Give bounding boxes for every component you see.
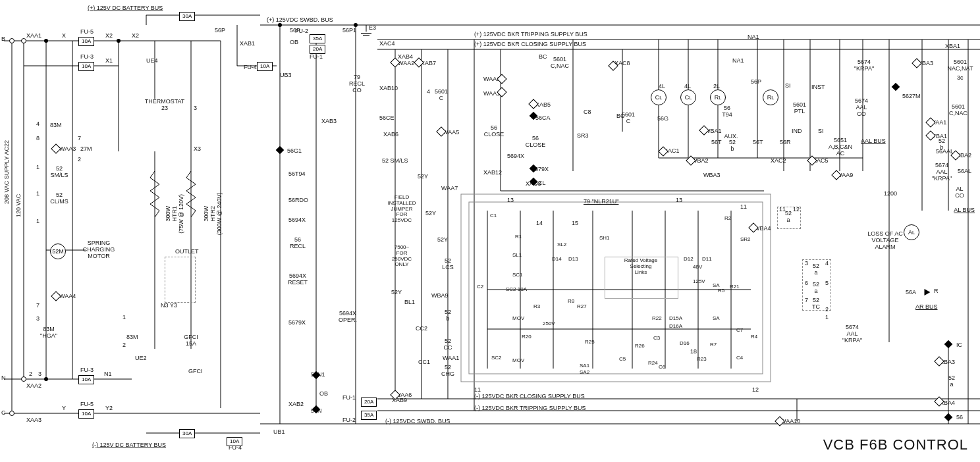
fuse-30b: 30A (179, 429, 195, 438)
ptl5601: 5601 PTL (793, 102, 806, 115)
lamp-cl2-l: L (689, 95, 692, 101)
n13: 13 (507, 197, 514, 204)
hga: 83M "HGA" (40, 326, 57, 340)
fuse-fu5b: 10A (78, 409, 94, 419)
abc5651: 5651 A,B,C&N AC (829, 138, 852, 157)
ln2c: 2 (122, 342, 126, 349)
x5679b: 5679X (288, 320, 306, 326)
bus-close-pos: (+) 125VDC BKR CLOSING SUPPLY BUS (474, 41, 586, 48)
terminal (9, 38, 14, 43)
gfci15: GFCI 15A (184, 334, 198, 347)
n11c: 11 (474, 387, 481, 394)
ub3: UB3 (280, 72, 292, 79)
n12b: 12 (752, 387, 759, 394)
fuse-fu3b: 10A (78, 375, 94, 384)
y52c: 52Y (437, 237, 448, 244)
n3a: 3 (805, 261, 808, 267)
fuse-fu1b: 20A (361, 398, 377, 407)
r23: R23 (697, 357, 707, 363)
r20: R20 (522, 334, 531, 340)
t9456: 56T94 (288, 171, 306, 178)
reset5694: 5694X RESET (288, 273, 308, 286)
node (44, 39, 48, 43)
waa4: WAA4 (59, 294, 76, 300)
x1: X1 (105, 58, 113, 64)
fuse-fu4a: 10A (257, 62, 273, 71)
nlr: 79 "NLR21U" (584, 199, 618, 205)
num4c: 4 (427, 89, 430, 95)
si2: SI (785, 83, 791, 90)
c6: C6 (659, 365, 665, 371)
a56: 56A (906, 290, 916, 296)
bus-swbd-pos: (+) 125VDC SWBD. BUS (267, 17, 333, 24)
term-c: C (1, 410, 6, 417)
m5627: 5627M (902, 93, 921, 100)
n15: 15 (572, 220, 578, 227)
mov1: MOV (512, 316, 524, 322)
si: SI (818, 128, 824, 135)
n11a: 11 (779, 207, 786, 213)
xba1: XBA1 (945, 43, 960, 50)
bc2: BC (616, 113, 625, 120)
cnac5601: 5601 C,NAC (551, 57, 569, 70)
n18: 18 (690, 349, 697, 355)
bl1: BL1 (404, 299, 415, 306)
b52: 52 b (445, 309, 451, 322)
waa7: WAA7 (441, 186, 458, 192)
smls2: 52 SM/LS (382, 158, 408, 165)
bus-trip-pos: (+) 125VDC BKR TRIPPING SUPPLY BUS (474, 32, 587, 38)
r24: R24 (648, 361, 658, 367)
ln7: 7 (36, 303, 40, 309)
n1a: 1 (825, 315, 829, 321)
bus-dc-batt-neg: (-) 125V DC BATTERY BUS (92, 442, 166, 449)
htr1: 300W HTR1 (75W @ 120V) (165, 194, 185, 234)
lbl-fu3a: FU-3 (80, 54, 94, 61)
lbl-fu4a: FU-4 (244, 64, 257, 71)
krpa5674c: 5674 AAL "KRPA" (932, 163, 952, 182)
d16a: D16A (669, 324, 682, 330)
term-x: X (62, 33, 66, 39)
r21: R21 (730, 284, 740, 290)
r8: R8 (568, 299, 574, 305)
r3: R3 (533, 304, 540, 310)
ue2: UE2 (135, 355, 147, 362)
fuse-fu1a: 20A (310, 45, 325, 54)
mov2: MOV (512, 358, 524, 364)
n7a: 7 (805, 297, 808, 304)
outlet: OUTLET (175, 249, 199, 255)
xac4: XAC4 (379, 41, 395, 47)
x5694b: 5694X (288, 217, 306, 224)
lbl-fu1a: FU-1 (310, 54, 323, 61)
d16: D16 (680, 341, 690, 347)
e3: E3 (369, 25, 376, 32)
lcs52: 52 LCS (442, 258, 454, 271)
ln2b: 2 (29, 371, 32, 378)
lamp-rl2: RL (763, 90, 778, 105)
b52r: 52 b (939, 138, 945, 151)
oper5694: 5694X OPER. (339, 311, 357, 324)
nacnat5601: 5601 NAC,NAT (948, 59, 973, 72)
xab2: XAB2 (288, 401, 304, 408)
c2: C2 (477, 284, 483, 290)
m83: 83M (50, 122, 62, 129)
lbl-fu2b: FU-2 (342, 417, 356, 424)
bus-close-neg: (-) 125VDC BKR CLOSING SUPPLY BUS (474, 394, 585, 400)
x2: X2 (105, 33, 113, 39)
g156: 56G1 (287, 148, 302, 155)
r22: R22 (652, 316, 662, 322)
ln1b: 1 (36, 191, 40, 197)
n14: 14 (536, 220, 543, 227)
lamp-rl1-l: L (719, 95, 721, 101)
fuse-fu5a: 10A (78, 37, 94, 46)
sh1: SH1 (599, 236, 610, 242)
sc2: SC2 (491, 355, 502, 361)
sr3: SR3 (577, 133, 589, 140)
node (278, 23, 282, 27)
bus-dc-batt-pos: (+) 125V DC BATTERY BUS (88, 5, 163, 12)
r56l: 56R (780, 140, 791, 146)
l2: 2L (713, 84, 720, 90)
ob2: OB (319, 391, 328, 398)
n4a: 4 (825, 261, 829, 267)
d14: D14 (552, 257, 562, 263)
y3: Y3 (170, 303, 177, 309)
